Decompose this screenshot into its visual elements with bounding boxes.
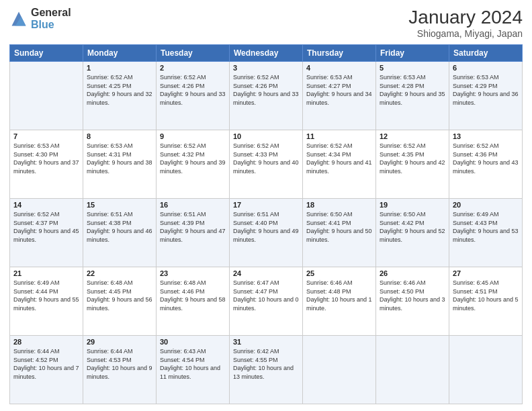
calendar-table: SundayMondayTuesdayWednesdayThursdayFrid… [9, 44, 523, 404]
day-cell: 22Sunrise: 6:48 AMSunset: 4:45 PMDayligh… [83, 267, 157, 336]
day-header-monday: Monday [83, 45, 157, 62]
logo: General Blue [9, 7, 71, 30]
week-row-1: 1Sunrise: 6:52 AMSunset: 4:25 PMDaylight… [10, 62, 523, 130]
day-info: Sunrise: 6:53 AMSunset: 4:27 PMDaylight:… [306, 73, 372, 107]
day-number: 6 [453, 64, 519, 72]
day-info: Sunrise: 6:52 AMSunset: 4:32 PMDaylight:… [160, 142, 226, 175]
day-cell: 15Sunrise: 6:51 AMSunset: 4:38 PMDayligh… [83, 199, 157, 267]
day-info: Sunrise: 6:53 AMSunset: 4:28 PMDaylight:… [380, 73, 445, 107]
day-info: Sunrise: 6:49 AMSunset: 4:44 PMDaylight:… [13, 279, 79, 312]
day-info: Sunrise: 6:49 AMSunset: 4:43 PMDaylight:… [453, 210, 519, 244]
day-cell: 28Sunrise: 6:44 AMSunset: 4:52 PMDayligh… [10, 336, 83, 404]
day-cell [449, 336, 523, 404]
day-cell: 19Sunrise: 6:50 AMSunset: 4:42 PMDayligh… [376, 199, 449, 267]
day-cell [376, 336, 449, 404]
day-info: Sunrise: 6:48 AMSunset: 4:46 PMDaylight:… [160, 279, 226, 312]
day-number: 9 [160, 132, 226, 140]
day-info: Sunrise: 6:52 AMSunset: 4:34 PMDaylight:… [306, 142, 372, 175]
day-number: 4 [306, 64, 372, 72]
day-number: 16 [160, 201, 226, 209]
day-info: Sunrise: 6:44 AMSunset: 4:52 PMDaylight:… [13, 347, 79, 381]
day-number: 29 [87, 338, 152, 346]
day-number: 2 [160, 64, 226, 72]
day-number: 12 [380, 132, 445, 140]
day-info: Sunrise: 6:52 AMSunset: 4:26 PMDaylight:… [160, 73, 226, 107]
logo-line2: Blue [31, 19, 71, 31]
day-cell [303, 336, 376, 404]
day-info: Sunrise: 6:44 AMSunset: 4:53 PMDaylight:… [87, 347, 152, 381]
logo-text: General Blue [31, 7, 71, 30]
header: General Blue January 2024 Shiogama, Miya… [9, 7, 523, 39]
day-cell: 17Sunrise: 6:51 AMSunset: 4:40 PMDayligh… [230, 199, 303, 267]
day-cell: 26Sunrise: 6:46 AMSunset: 4:50 PMDayligh… [376, 267, 449, 336]
day-header-wednesday: Wednesday [230, 45, 303, 62]
day-info: Sunrise: 6:50 AMSunset: 4:42 PMDaylight:… [380, 210, 445, 244]
day-number: 27 [453, 269, 519, 277]
title-block: January 2024 Shiogama, Miyagi, Japan [408, 7, 523, 39]
location: Shiogama, Miyagi, Japan [408, 28, 523, 39]
day-header-thursday: Thursday [303, 45, 376, 62]
day-cell: 18Sunrise: 6:50 AMSunset: 4:41 PMDayligh… [303, 199, 376, 267]
day-info: Sunrise: 6:52 AMSunset: 4:33 PMDaylight:… [233, 142, 299, 175]
day-info: Sunrise: 6:43 AMSunset: 4:54 PMDaylight:… [160, 347, 226, 381]
day-number: 23 [160, 269, 226, 277]
week-row-5: 28Sunrise: 6:44 AMSunset: 4:52 PMDayligh… [10, 336, 523, 404]
header-row: SundayMondayTuesdayWednesdayThursdayFrid… [10, 45, 523, 62]
day-info: Sunrise: 6:53 AMSunset: 4:29 PMDaylight:… [453, 73, 519, 107]
page: General Blue January 2024 Shiogama, Miya… [0, 0, 532, 411]
week-row-4: 21Sunrise: 6:49 AMSunset: 4:44 PMDayligh… [10, 267, 523, 336]
logo-line1: General [31, 7, 71, 19]
day-number: 28 [13, 338, 79, 346]
day-info: Sunrise: 6:53 AMSunset: 4:30 PMDaylight:… [13, 142, 79, 175]
day-info: Sunrise: 6:52 AMSunset: 4:26 PMDaylight:… [233, 73, 299, 107]
day-number: 8 [87, 132, 152, 140]
day-number: 19 [380, 201, 445, 209]
day-number: 20 [453, 201, 519, 209]
day-info: Sunrise: 6:47 AMSunset: 4:47 PMDaylight:… [233, 279, 299, 312]
week-row-3: 14Sunrise: 6:52 AMSunset: 4:37 PMDayligh… [10, 199, 523, 267]
day-number: 22 [87, 269, 152, 277]
day-info: Sunrise: 6:51 AMSunset: 4:39 PMDaylight:… [160, 210, 226, 244]
logo-icon [9, 9, 28, 28]
day-number: 17 [233, 201, 299, 209]
day-info: Sunrise: 6:48 AMSunset: 4:45 PMDaylight:… [87, 279, 152, 312]
day-cell: 11Sunrise: 6:52 AMSunset: 4:34 PMDayligh… [303, 130, 376, 199]
day-number: 18 [306, 201, 372, 209]
day-number: 26 [380, 269, 445, 277]
day-number: 11 [306, 132, 372, 140]
day-cell: 8Sunrise: 6:53 AMSunset: 4:31 PMDaylight… [83, 130, 157, 199]
day-number: 14 [13, 201, 79, 209]
day-number: 5 [380, 64, 445, 72]
day-cell: 29Sunrise: 6:44 AMSunset: 4:53 PMDayligh… [83, 336, 157, 404]
day-header-saturday: Saturday [449, 45, 523, 62]
day-cell: 10Sunrise: 6:52 AMSunset: 4:33 PMDayligh… [230, 130, 303, 199]
day-info: Sunrise: 6:51 AMSunset: 4:38 PMDaylight:… [87, 210, 152, 244]
day-cell: 5Sunrise: 6:53 AMSunset: 4:28 PMDaylight… [376, 62, 449, 130]
day-info: Sunrise: 6:51 AMSunset: 4:40 PMDaylight:… [233, 210, 299, 244]
day-header-tuesday: Tuesday [157, 45, 230, 62]
day-cell: 3Sunrise: 6:52 AMSunset: 4:26 PMDaylight… [230, 62, 303, 130]
day-cell: 7Sunrise: 6:53 AMSunset: 4:30 PMDaylight… [10, 130, 83, 199]
day-cell: 31Sunrise: 6:42 AMSunset: 4:55 PMDayligh… [230, 336, 303, 404]
day-number: 1 [87, 64, 152, 72]
day-cell: 24Sunrise: 6:47 AMSunset: 4:47 PMDayligh… [230, 267, 303, 336]
day-cell: 23Sunrise: 6:48 AMSunset: 4:46 PMDayligh… [157, 267, 230, 336]
day-info: Sunrise: 6:52 AMSunset: 4:36 PMDaylight:… [453, 142, 519, 175]
day-cell: 2Sunrise: 6:52 AMSunset: 4:26 PMDaylight… [157, 62, 230, 130]
day-cell: 21Sunrise: 6:49 AMSunset: 4:44 PMDayligh… [10, 267, 83, 336]
day-number: 7 [13, 132, 79, 140]
day-number: 15 [87, 201, 152, 209]
day-cell: 1Sunrise: 6:52 AMSunset: 4:25 PMDaylight… [83, 62, 157, 130]
day-info: Sunrise: 6:53 AMSunset: 4:31 PMDaylight:… [87, 142, 152, 175]
day-cell: 4Sunrise: 6:53 AMSunset: 4:27 PMDaylight… [303, 62, 376, 130]
day-info: Sunrise: 6:52 AMSunset: 4:25 PMDaylight:… [87, 73, 152, 107]
day-info: Sunrise: 6:52 AMSunset: 4:35 PMDaylight:… [380, 142, 445, 175]
day-number: 3 [233, 64, 299, 72]
day-info: Sunrise: 6:45 AMSunset: 4:51 PMDaylight:… [453, 279, 519, 312]
day-number: 30 [160, 338, 226, 346]
day-cell: 16Sunrise: 6:51 AMSunset: 4:39 PMDayligh… [157, 199, 230, 267]
week-row-2: 7Sunrise: 6:53 AMSunset: 4:30 PMDaylight… [10, 130, 523, 199]
day-number: 13 [453, 132, 519, 140]
day-cell: 13Sunrise: 6:52 AMSunset: 4:36 PMDayligh… [449, 130, 523, 199]
day-cell: 9Sunrise: 6:52 AMSunset: 4:32 PMDaylight… [157, 130, 230, 199]
